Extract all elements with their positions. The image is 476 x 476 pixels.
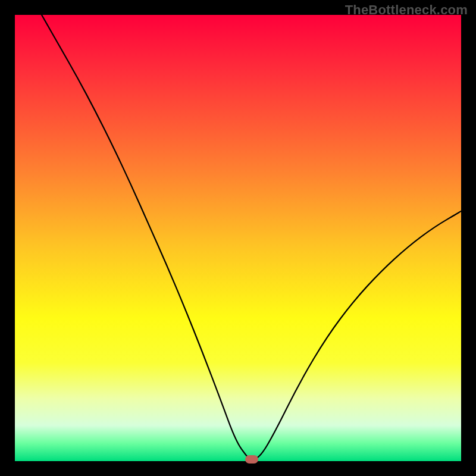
watermark-text: TheBottleneck.com <box>345 2 468 18</box>
bottleneck-curve <box>42 15 461 459</box>
optimum-marker <box>245 455 258 464</box>
plot-area <box>15 15 461 461</box>
curve-layer <box>15 15 461 461</box>
chart-container: TheBottleneck.com <box>0 0 476 476</box>
